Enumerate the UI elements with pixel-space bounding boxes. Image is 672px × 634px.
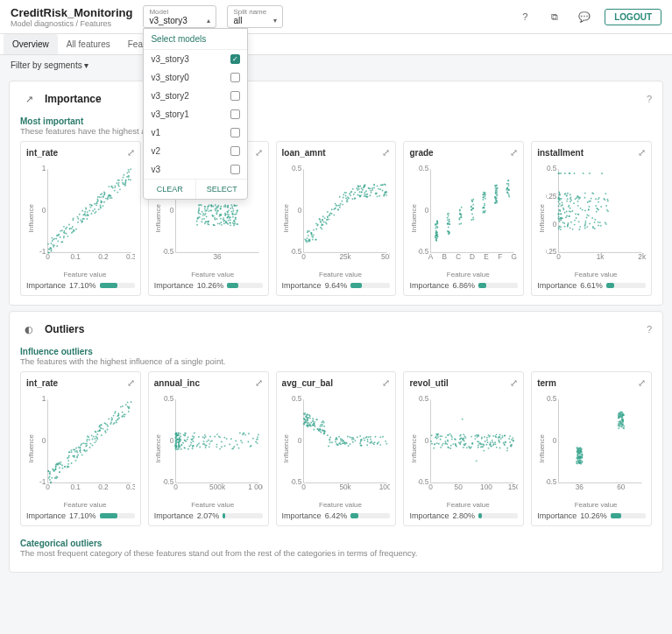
svg-text:-0.5: -0.5 [291, 478, 302, 486]
svg-point-461 [365, 190, 367, 192]
tab-overview[interactable]: Overview [4, 34, 58, 54]
checkbox-icon[interactable] [230, 146, 240, 156]
svg-point-1629 [577, 461, 578, 463]
expand-icon[interactable]: ⤢ [382, 147, 390, 158]
expand-icon[interactable]: ⤢ [255, 147, 263, 158]
model-option[interactable]: v3_story1 [144, 105, 247, 123]
expand-icon[interactable]: ⤢ [638, 377, 646, 389]
svg-point-611 [471, 209, 473, 211]
expand-icon[interactable]: ⤢ [510, 147, 518, 158]
svg-point-811 [591, 217, 593, 219]
svg-text:0: 0 [173, 483, 178, 491]
svg-point-352 [376, 185, 378, 187]
importance-bar: Importance17.10% [26, 281, 135, 290]
checkbox-icon[interactable] [230, 109, 240, 119]
svg-point-1317 [360, 439, 362, 440]
svg-point-493 [343, 192, 345, 194]
svg-point-581 [435, 232, 437, 234]
svg-point-62 [128, 169, 130, 171]
tab-all-features[interactable]: All features [58, 34, 119, 54]
expand-icon[interactable]: ⤢ [382, 377, 390, 389]
logout-button[interactable]: LOGOUT [605, 9, 661, 25]
model-option[interactable]: v3_story0 [144, 68, 247, 87]
copy-icon[interactable]: ⧉ [545, 7, 564, 26]
model-dropdown-select[interactable]: SELECT [196, 180, 248, 199]
model-option[interactable]: v3_story2 [144, 87, 247, 105]
svg-point-972 [76, 455, 78, 457]
svg-point-648 [472, 201, 474, 202]
svg-point-133 [94, 212, 95, 214]
svg-point-722 [558, 173, 560, 174]
svg-point-476 [376, 195, 378, 197]
model-dropdown-clear[interactable]: CLEAR [144, 180, 196, 199]
checkbox-icon[interactable] [230, 73, 240, 82]
model-select[interactable]: Model v3_story3 ▴ [143, 5, 216, 28]
expand-icon[interactable]: ⤢ [510, 377, 518, 389]
svg-point-740 [559, 226, 561, 228]
svg-point-1611 [623, 427, 625, 429]
svg-point-447 [305, 240, 307, 242]
svg-point-25 [112, 187, 114, 189]
model-option-label: v3_story0 [151, 73, 188, 82]
expand-icon[interactable]: ⤢ [638, 147, 646, 158]
split-select[interactable]: Split name all ▾ [227, 5, 283, 28]
svg-point-1262 [319, 428, 321, 430]
svg-point-652 [435, 223, 436, 225]
model-option[interactable]: v1 [144, 123, 247, 142]
svg-text:0.5: 0.5 [292, 395, 302, 403]
svg-point-975 [115, 420, 117, 422]
svg-point-491 [373, 184, 375, 186]
svg-point-1439 [451, 435, 453, 437]
svg-point-255 [236, 211, 237, 213]
svg-point-534 [484, 205, 485, 207]
expand-icon[interactable]: ⤢ [127, 147, 135, 158]
filter-by-segments[interactable]: Filter by segments ▾ [11, 60, 88, 70]
checkbox-icon[interactable] [230, 91, 240, 101]
expand-icon[interactable]: ⤢ [255, 377, 263, 389]
svg-point-127 [121, 180, 123, 181]
svg-text:0: 0 [297, 207, 301, 215]
expand-icon[interactable]: ⤢ [127, 377, 135, 389]
svg-point-945 [110, 423, 111, 425]
svg-point-135 [130, 168, 131, 170]
svg-point-968 [127, 405, 129, 407]
svg-point-738 [591, 198, 592, 200]
svg-point-741 [584, 209, 586, 211]
checkbox-icon[interactable] [230, 128, 240, 137]
svg-point-44 [53, 244, 55, 246]
svg-point-191 [226, 214, 228, 215]
model-option[interactable]: v2 [144, 142, 247, 160]
svg-point-969 [74, 449, 75, 451]
model-option-label: v3_story1 [151, 109, 188, 119]
panel-help-icon[interactable]: ? [647, 94, 652, 104]
svg-point-483 [308, 230, 310, 232]
svg-point-240 [228, 220, 230, 222]
svg-text:-0.5: -0.5 [163, 478, 174, 486]
svg-text:25k: 25k [339, 253, 351, 261]
svg-point-646 [509, 196, 511, 198]
svg-point-904 [74, 456, 75, 458]
svg-point-747 [590, 201, 591, 202]
svg-point-803 [564, 194, 566, 195]
svg-point-828 [584, 225, 586, 227]
chart-title: annual_inc [154, 378, 200, 388]
svg-point-115 [83, 218, 85, 220]
checkbox-icon[interactable]: ✓ [230, 54, 240, 64]
chart-card: installment⤢Influence-0.2500.250.501k2kF… [531, 141, 652, 296]
model-option[interactable]: v3_story3✓ [144, 50, 247, 68]
comment-icon[interactable]: 💬 [575, 7, 594, 26]
svg-point-1095 [184, 447, 186, 449]
svg-point-679 [598, 201, 599, 203]
svg-point-267 [207, 206, 209, 208]
model-option[interactable]: v3 [144, 160, 247, 179]
model-select-wrap: Model v3_story3 ▴ Select models v3_story… [143, 5, 216, 28]
svg-point-772 [569, 210, 570, 212]
importance-bar: Importance2.80% [409, 511, 518, 520]
checkbox-icon[interactable] [230, 165, 240, 174]
svg-point-993 [81, 454, 83, 456]
help-icon[interactable]: ? [515, 7, 534, 26]
svg-point-1496 [483, 444, 485, 446]
svg-point-512 [483, 199, 485, 201]
svg-point-1129 [192, 440, 194, 442]
panel-help-icon[interactable]: ? [647, 324, 652, 335]
